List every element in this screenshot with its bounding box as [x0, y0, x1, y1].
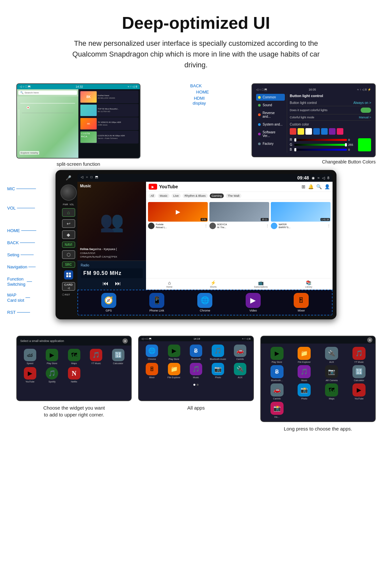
lp-playstore[interactable]: ▶ Play Store	[264, 347, 290, 363]
navi-button[interactable]: NAVI	[62, 242, 75, 248]
widget-calculator[interactable]: 🔢 Calculator	[108, 349, 128, 364]
sidebar-item-sound[interactable]: Sound	[256, 102, 285, 109]
yt-tab-gaming[interactable]: Gaming	[210, 194, 224, 198]
lp-aux[interactable]: 🔌 AUX	[319, 347, 344, 363]
src-button[interactable]: SRC	[62, 262, 75, 268]
lp-fileexplorer[interactable]: 📁 File Explorer	[291, 347, 317, 363]
back-label: BACK	[190, 83, 202, 88]
swatch-blue2[interactable]	[321, 128, 328, 135]
yt-tab-the-walt[interactable]: The Walt	[226, 194, 241, 198]
sidebar-item-factory[interactable]: Factory	[256, 140, 285, 147]
widget-spotify[interactable]: 🎵 Spotify	[42, 367, 61, 383]
all-apps-grid: 🌐 Chrome ▶ Play Store Ƀ Bluetooth 🎵 Blue…	[139, 341, 253, 382]
yt-tab-music[interactable]: Music	[158, 194, 170, 198]
bottom-section: Select a small window application ✕ 🏎 Sp…	[0, 326, 392, 442]
home-button[interactable]: ⌂	[62, 208, 75, 217]
widget-playstore[interactable]: ▶ Play Store	[42, 349, 61, 364]
app-playstore[interactable]: ▶ Play Store	[164, 345, 184, 360]
prev-station-button[interactable]: ⏮	[103, 280, 108, 287]
colorful-toggle[interactable]	[361, 108, 371, 113]
hdmi-label: HDMIdisplay	[193, 96, 206, 106]
sidebar-item-reverse-and...[interactable]: Reverse and...	[256, 110, 285, 120]
video-2[interactable]: 35:11 BODYCAM: The... ⋮	[209, 202, 269, 276]
yt-tab-rhythm-&-blues[interactable]: Rhythm & Blues	[183, 194, 208, 198]
swatch-pink[interactable]	[337, 128, 343, 135]
app-photo[interactable]: 📷 Photo	[208, 363, 228, 379]
rst-label: RST	[7, 310, 16, 315]
widget-youtube[interactable]: ▶ YouTube	[20, 367, 40, 383]
lp-ytmusic[interactable]: 🎵 YT Music	[346, 347, 372, 363]
yt-tab-all[interactable]: All	[149, 194, 156, 198]
widget-netflix[interactable]: N Netflix	[64, 367, 84, 383]
widget-top-row: 🏎 Speed ▶ Play Store 🗺 Maps 🎵 YT Music 🔢	[17, 346, 131, 386]
swatch-blue[interactable]	[313, 128, 320, 135]
swatch-purple[interactable]	[329, 128, 335, 135]
map-card-slot-label: MAP Card slot	[7, 293, 24, 303]
custom-color-label: Custom color	[290, 123, 371, 126]
video-1[interactable]: 0:51 ▶ FortniteReload L... ⋮	[148, 202, 208, 276]
song-subtitle: БИТВА ЗА СОВАЛ/ЛОЛ ОФИЦИАЛЬНЫЙ САУНДТРЕК	[80, 247, 143, 259]
sidebar-item-system-and...[interactable]: System and...	[256, 121, 285, 128]
swatch-yellow[interactable]	[298, 128, 304, 135]
video-3[interactable]: 1:41:18 WATERBARRY'S... ⋮	[271, 202, 331, 276]
volume-knob[interactable]	[60, 184, 77, 201]
long-press-screen-frame: ✕ ▶ Play Store 📁 File Explorer 🔌 AUX 🎵 Y	[260, 336, 376, 422]
close-icon[interactable]: ✕	[122, 338, 128, 344]
split-screen-screenshot: ◁ ○ □ ⬒ 14:32 ≈ ↑ ◁ 8 🔍Search here Expl	[16, 83, 140, 167]
app-bt-music[interactable]: 🎵 Bluetooth music	[208, 345, 228, 360]
mixer-app[interactable]: 🎚 Mixer	[294, 293, 309, 312]
chrome-app[interactable]: 🌐 Chrome	[197, 293, 212, 312]
lp-bluetooth[interactable]: Ƀ Bluetooth...	[264, 365, 290, 381]
gps-app[interactable]: 🧭 GPS	[101, 293, 116, 312]
youtube-tabs: AllMusicLiveRhythm & BluesGamingThe Walt	[146, 192, 333, 200]
video-app[interactable]: ▶ Video	[246, 293, 261, 312]
app-music[interactable]: 🎵 Music	[186, 363, 205, 379]
shorts-icon[interactable]: ⚡	[210, 280, 216, 285]
sidebar-item-software-ver...[interactable]: Software Ver...	[256, 129, 285, 139]
svg-rect-0	[66, 273, 68, 275]
yt-tab-live[interactable]: Live	[172, 194, 181, 198]
library-icon[interactable]: 📚	[306, 280, 311, 285]
home-bottom-icon[interactable]: ⌂	[168, 280, 171, 285]
left-screen-time: 14:32	[75, 85, 83, 88]
lp-arcamera[interactable]: 📷 AR Camera	[319, 365, 344, 381]
app-aux[interactable]: 🔌 AUX	[230, 363, 250, 379]
notification-icon[interactable]: 🔔	[308, 184, 314, 189]
all-apps-caption: All apps	[138, 404, 253, 411]
page-dots	[139, 382, 253, 388]
app-mixer[interactable]: 🎚 Mixer	[142, 363, 161, 379]
device-screen: ◁○□⬒ 09:48 ◉≈◁8	[77, 174, 333, 315]
lp-carinfo[interactable]: 🚗 CarInfo	[264, 383, 290, 400]
lp-music[interactable]: 🎵 Music	[291, 365, 317, 381]
next-station-button[interactable]: ⏭	[115, 280, 121, 287]
swatch-red[interactable]	[290, 128, 296, 135]
subscriptions-icon[interactable]: 📺	[258, 280, 264, 285]
all-apps-status: ◁ ○ □ ⬒ 14:19 ≈ ↑ ◁ 8	[139, 336, 253, 341]
back-button[interactable]: ↩	[62, 219, 75, 228]
grid-button[interactable]	[64, 270, 73, 279]
settings-button[interactable]: ◆	[62, 230, 75, 239]
sidebar-item-common[interactable]: Common	[256, 94, 285, 101]
app-chrome[interactable]: 🌐 Chrome	[142, 345, 161, 360]
lp-youtube[interactable]: ▶ YouTube	[346, 383, 372, 400]
manual-value: Manual >	[359, 116, 371, 119]
lp-instagram[interactable]: 📸 Ins...	[264, 402, 290, 418]
widget-ytmusic[interactable]: 🎵 YT Music	[86, 349, 106, 364]
app-fileexplorer[interactable]: 📁 File Explorer	[164, 363, 184, 379]
lp-close-icon[interactable]: ✕	[367, 337, 372, 343]
lp-calculator[interactable]: 🔢 Calculator	[346, 365, 372, 381]
home-label: HOME	[196, 90, 209, 94]
account-icon[interactable]: 👤	[324, 184, 330, 189]
app-carinfo[interactable]: 🚗 CarInfo	[230, 345, 250, 360]
phone-link-app[interactable]: 📱 Phone Link	[149, 293, 164, 312]
app-bluetooth[interactable]: Ƀ Bluetooth	[186, 345, 205, 360]
swatch-white[interactable]	[305, 128, 312, 135]
search-icon[interactable]: 🔍	[316, 184, 322, 189]
widget-speed[interactable]: 🏎 Speed	[20, 349, 40, 364]
lp-photo[interactable]: 📸 Photo	[291, 383, 317, 400]
widget-maps[interactable]: 🗺 Maps	[64, 349, 84, 364]
mic-label: MIC	[7, 186, 15, 191]
lp-maps[interactable]: 🗺 Maps	[319, 383, 344, 400]
cube-button[interactable]: ⬡	[62, 250, 75, 259]
cast-icon[interactable]: ⊞	[302, 184, 305, 189]
